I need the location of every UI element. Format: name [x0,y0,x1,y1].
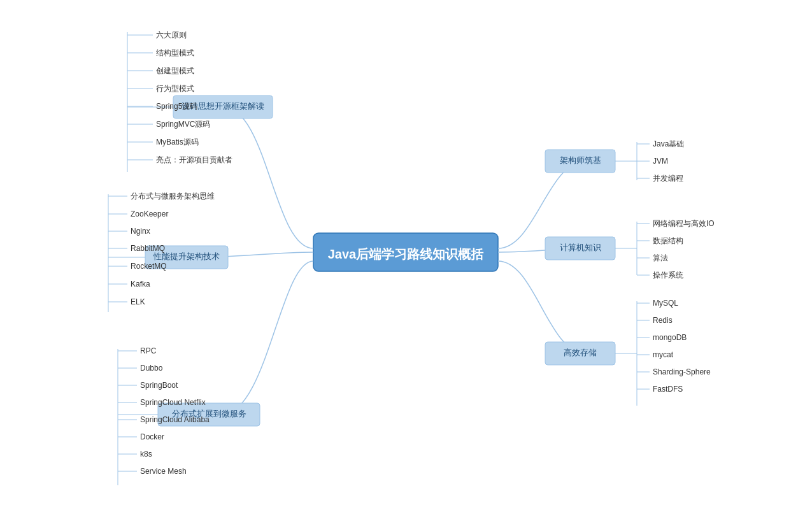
leaf-text: SpringCloud Netflix [140,398,206,407]
leaf-text: 数据结构 [653,236,683,245]
leaf-text: 结构型模式 [156,48,194,57]
leaf-text: 算法 [653,253,668,262]
leaf-text: RPC [140,346,157,355]
leaf-text: SpringCloud Alibaba [140,415,210,424]
leaf-text: k8s [140,450,152,459]
leaf-text: 并发编程 [653,174,683,183]
branch-performance-label: 性能提升架构技术 [153,252,220,261]
leaf-text: MyBatis源码 [156,138,199,146]
leaf-text: Nginx [131,227,150,236]
leaf-text: Redis [653,316,673,325]
leaf-text: Sharding-Sphere [653,367,711,376]
leaf-text: mycat [653,350,674,359]
leaf-text: Spring5源码 [156,102,197,111]
center-label: Java后端学习路线知识概括 [328,247,484,261]
leaf-text: Java基础 [653,139,684,148]
leaf-text: 创建型模式 [156,66,194,75]
leaf-text: ELK [131,297,145,306]
leaf-text: Service Mesh [140,467,187,476]
branch-architect-label: 架构师筑基 [560,155,601,165]
leaf-text: 六大原则 [156,31,187,39]
branch-storage-label: 高效存储 [564,348,597,357]
leaf-text: 操作系统 [653,271,683,280]
mind-map: Java后端学习路线知识概括 设计思想开源框架解读 六大原则 结构型模式 创建型… [0,0,812,505]
leaf-text: SpringMVC源码 [156,120,210,129]
leaf-text: 行为型模式 [156,84,194,93]
branch-computer-label: 计算机知识 [560,243,601,252]
leaf-text: RocketMQ [131,262,167,271]
leaf-text: 亮点：开源项目贡献者 [156,155,232,164]
leaf-text: mongoDB [653,333,687,342]
leaf-text: Kafka [131,280,150,288]
leaf-text: ZooKeeper [131,210,168,218]
leaf-text: 网络编程与高效IO [653,219,715,228]
leaf-text: MySQL [653,299,678,308]
leaf-text: RabbitMQ [131,244,165,253]
leaf-text: FastDFS [653,385,683,394]
leaf-text: Dubbo [140,364,163,373]
leaf-text: 分布式与微服务架构思维 [131,192,215,201]
leaf-text: SpringBoot [140,381,178,390]
leaf-text: Docker [140,432,164,441]
leaf-text: JVM [653,157,668,166]
